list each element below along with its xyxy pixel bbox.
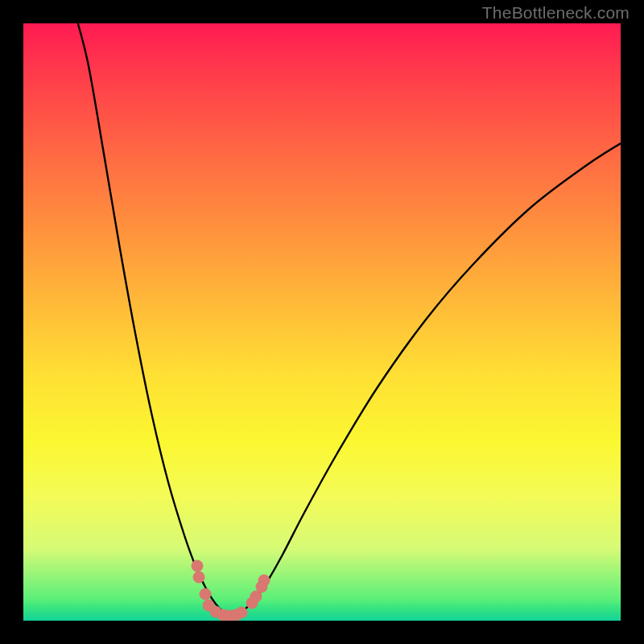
plot-area bbox=[23, 23, 621, 621]
curve-right bbox=[229, 143, 621, 617]
data-dots bbox=[192, 560, 270, 621]
curve-layer bbox=[23, 23, 621, 621]
chart-frame: TheBottleneck.com bbox=[0, 0, 644, 644]
data-dot bbox=[236, 607, 247, 618]
data-dot bbox=[193, 572, 204, 583]
data-dot bbox=[192, 560, 203, 572]
watermark: TheBottleneck.com bbox=[482, 3, 630, 23]
data-dot bbox=[200, 588, 211, 600]
curve-left bbox=[73, 23, 229, 617]
data-dot bbox=[258, 575, 270, 586]
